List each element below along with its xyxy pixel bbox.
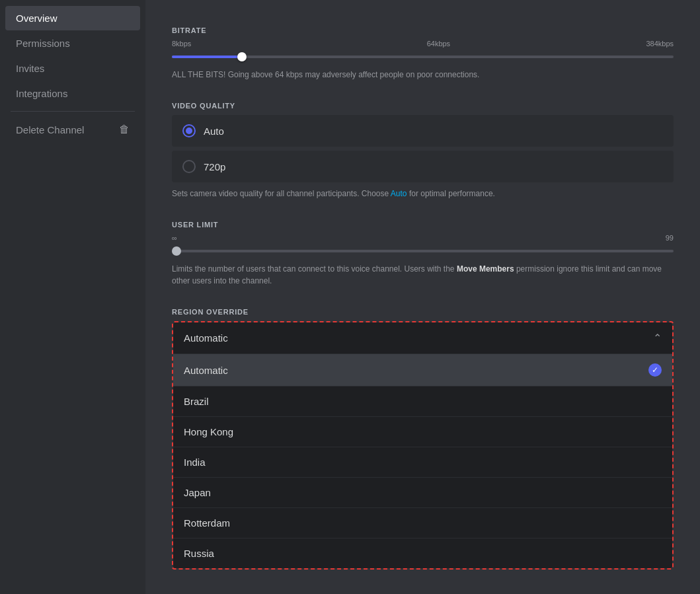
bitrate-mid-label: 64kbps [427, 40, 450, 48]
chevron-up-icon: ⌃ [653, 332, 662, 344]
sidebar-divider [11, 111, 135, 112]
video-quality-section: VIDEO QUALITY Auto 720p Sets camera vide… [172, 102, 674, 200]
user-limit-label: USER LIMIT [172, 221, 674, 229]
bitrate-slider[interactable] [172, 50, 674, 63]
radio-720p-circle [182, 160, 196, 173]
region-option-automatic[interactable]: Automatic ✓ [173, 353, 672, 386]
bitrate-slider-fill [172, 56, 242, 58]
bitrate-slider-labels: 8kbps 64kbps 384kbps [172, 40, 674, 48]
video-quality-auto-option[interactable]: Auto [172, 115, 674, 147]
region-dropdown-list: Automatic ✓ Brazil Hong Kong India Japan… [173, 353, 672, 568]
user-limit-slider[interactable] [172, 244, 674, 258]
sidebar-item-invites[interactable]: Invites [5, 56, 140, 81]
move-members-bold: Move Members [457, 264, 514, 274]
region-option-rotterdam[interactable]: Rotterdam [173, 507, 672, 538]
sidebar: Overview Permissions Invites Integration… [0, 0, 145, 594]
region-selected-text: Automatic [184, 332, 228, 344]
main-content: BITRATE 8kbps 64kbps 384kbps ALL THE BIT… [145, 0, 700, 594]
region-option-brazil[interactable]: Brazil [173, 386, 672, 416]
radio-auto-label: Auto [204, 126, 224, 137]
delete-channel-button[interactable]: Delete Channel 🗑 [5, 117, 140, 142]
bitrate-slider-thumb[interactable] [237, 52, 247, 61]
bitrate-min-label: 8kbps [172, 40, 191, 48]
region-option-hong-kong[interactable]: Hong Kong [173, 416, 672, 447]
trash-icon: 🗑 [119, 124, 130, 135]
user-limit-hint: Limits the number of users that can conn… [172, 263, 674, 287]
check-icon: ✓ [648, 363, 662, 377]
radio-auto-circle [182, 124, 196, 137]
user-limit-slider-thumb[interactable] [172, 246, 181, 256]
sidebar-item-overview[interactable]: Overview [5, 6, 140, 30]
video-quality-hint-link[interactable]: Auto [391, 189, 407, 198]
user-limit-slider-track [172, 250, 674, 252]
user-limit-max-label: 99 [666, 234, 674, 242]
sidebar-item-permissions[interactable]: Permissions [5, 31, 140, 56]
region-option-japan[interactable]: Japan [173, 477, 672, 507]
bitrate-section: BITRATE 8kbps 64kbps 384kbps ALL THE BIT… [172, 26, 674, 81]
user-limit-slider-labels: ∞ 99 [172, 234, 674, 242]
user-limit-section: USER LIMIT ∞ 99 Limits the number of use… [172, 221, 674, 287]
region-option-russia[interactable]: Russia [173, 538, 672, 568]
region-option-india[interactable]: India [173, 447, 672, 477]
video-quality-hint: Sets camera video quality for all channe… [172, 188, 674, 200]
bitrate-slider-track [172, 56, 674, 58]
region-dropdown-wrapper: Automatic ⌃ Automatic ✓ Brazil Hong Kong… [172, 321, 674, 570]
bitrate-max-label: 384kbps [646, 40, 674, 48]
bitrate-label: BITRATE [172, 26, 674, 34]
region-override-section: REGION OVERRIDE Automatic ⌃ Automatic ✓ … [172, 308, 674, 570]
region-override-label: REGION OVERRIDE [172, 308, 674, 316]
video-quality-720p-option[interactable]: 720p [172, 151, 674, 182]
video-quality-label: VIDEO QUALITY [172, 102, 674, 110]
radio-720p-label: 720p [204, 161, 225, 172]
bitrate-hint: ALL THE BITS! Going above 64 kbps may ad… [172, 69, 674, 81]
sidebar-item-integrations[interactable]: Integrations [5, 81, 140, 106]
region-dropdown-header[interactable]: Automatic ⌃ [173, 322, 672, 353]
user-limit-min-label: ∞ [172, 234, 177, 242]
